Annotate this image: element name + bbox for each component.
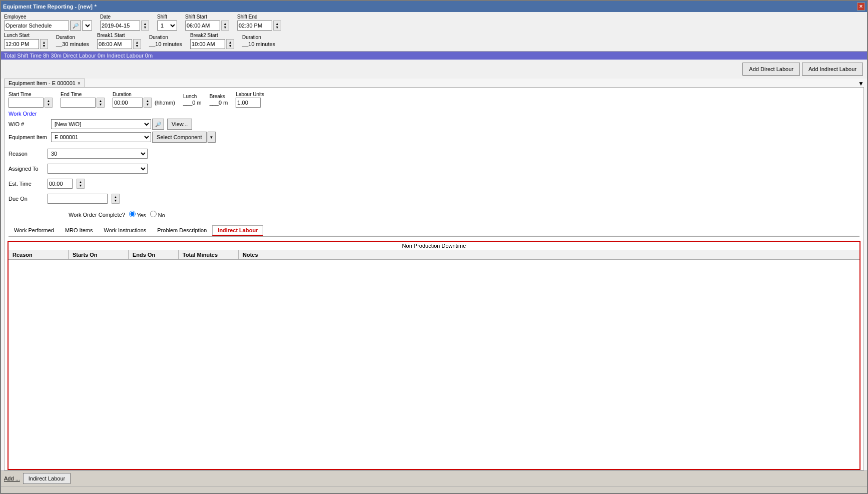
employee-dropdown[interactable] (82, 21, 92, 31)
equipment-item-tab[interactable]: Equipment Item - E 000001 × (4, 79, 85, 87)
breaks-value: ___0 m (210, 100, 228, 106)
shift-label: Shift (157, 14, 177, 20)
end-time-input-row: ▲ ▼ (61, 98, 105, 108)
shift-end-spin-up-icon[interactable]: ▲ (276, 22, 279, 26)
shift-start-spin-down-icon[interactable]: ▼ (224, 26, 227, 29)
break2-spin-down-icon[interactable]: ▼ (229, 44, 232, 48)
start-time-down-icon[interactable]: ▼ (47, 103, 51, 106)
date-spin[interactable]: ▲ ▼ (141, 21, 149, 31)
new-indicator: * (95, 4, 97, 10)
add-link[interactable]: Add ... (4, 475, 20, 481)
shift-end-input-row: ▲ ▼ (237, 21, 281, 31)
duration-down-icon[interactable]: ▼ (146, 103, 150, 106)
select-component-button[interactable]: Select Component (152, 132, 207, 143)
breaks-field: Breaks ___0 m (210, 94, 228, 106)
work-order-link[interactable]: Work Order (9, 111, 37, 117)
end-time-spin[interactable]: ▲ ▼ (97, 98, 105, 108)
wo-browse-btn[interactable]: 🔎 (152, 119, 164, 130)
add-indirect-labour-button[interactable]: Add Indirect Labour (802, 63, 863, 76)
date-spin-up-icon[interactable]: ▲ (144, 22, 147, 26)
due-on-down-icon[interactable]: ▼ (114, 199, 118, 202)
break1-spin-down-icon[interactable]: ▼ (136, 44, 139, 48)
duration-up-icon[interactable]: ▲ (146, 99, 150, 103)
close-button[interactable]: ✕ (857, 3, 865, 11)
shift-end-input[interactable] (237, 21, 272, 31)
start-time-input[interactable] (9, 98, 44, 108)
expand-arrow-icon[interactable]: ▼ (858, 80, 864, 87)
est-time-input[interactable] (48, 179, 73, 189)
break1-start-spin[interactable]: ▲ ▼ (133, 39, 141, 49)
yes-radio-label[interactable]: Yes (129, 211, 146, 218)
yes-radio[interactable] (129, 211, 136, 217)
due-on-spin[interactable]: ▲ ▼ (112, 194, 120, 204)
window-title: Equipment Time Reporting - [new] (3, 4, 93, 10)
lunch-start-spin-down-icon[interactable]: ▼ (43, 44, 46, 48)
duration-spin[interactable]: ▲ ▼ (144, 98, 152, 108)
break2-spin-up-icon[interactable]: ▲ (229, 41, 232, 44)
tab-work-instructions[interactable]: Work Instructions (99, 225, 152, 236)
date-input[interactable] (100, 21, 140, 31)
tab-mro-items[interactable]: MRO Items (60, 225, 99, 236)
end-time-up-icon[interactable]: ▲ (99, 99, 103, 103)
due-on-label: Due On (9, 196, 44, 202)
no-radio[interactable] (150, 211, 157, 217)
est-time-spin[interactable]: ▲ ▼ (77, 179, 85, 189)
breaks-value-row: ___0 m (210, 100, 228, 106)
lunch-start-input[interactable] (4, 39, 39, 49)
employee-input-row: 🔎 (4, 21, 92, 31)
lunch-start-spin-up-icon[interactable]: ▲ (43, 41, 46, 44)
shift-select[interactable]: 1 (157, 21, 177, 31)
lunch-label: Lunch (183, 94, 202, 99)
end-time-input[interactable] (61, 98, 96, 108)
date-spin-down-icon[interactable]: ▼ (144, 26, 147, 29)
shift-group: Shift 1 (157, 14, 177, 31)
shift-input-row: 1 (157, 21, 177, 31)
indirect-labour-footer-button[interactable]: Indirect Labour (23, 473, 71, 484)
est-time-up-icon[interactable]: ▲ (79, 180, 83, 184)
date-input-row: ▲ ▼ (100, 21, 149, 31)
end-time-down-icon[interactable]: ▼ (99, 103, 103, 106)
break1-spin-up-icon[interactable]: ▲ (136, 41, 139, 44)
employee-input[interactable] (4, 21, 69, 31)
no-radio-label[interactable]: No (150, 211, 165, 218)
employee-browse-btn[interactable]: 🔎 (70, 21, 81, 31)
shift-start-label: Shift Start (185, 14, 229, 20)
work-order-complete-label: Work Order Complete? (69, 212, 125, 218)
lunch-duration-value: __30 minutes (56, 41, 89, 47)
shift-start-input[interactable] (185, 21, 220, 31)
break2-start-spin[interactable]: ▲ ▼ (226, 39, 234, 49)
tab-problem-description[interactable]: Problem Description (152, 225, 212, 236)
break1-start-input[interactable] (97, 39, 132, 49)
shift-start-spin[interactable]: ▲ ▼ (221, 21, 229, 31)
equipment-item-select[interactable]: E 000001 (51, 132, 151, 142)
assigned-to-select[interactable] (48, 164, 148, 174)
status-bar: Total Shift Time 8h 30m Direct Labour 0m… (1, 52, 867, 60)
start-time-spin[interactable]: ▲ ▼ (45, 98, 53, 108)
col-ends-on: Ends On (129, 250, 179, 259)
shift-start-spin-up-icon[interactable]: ▲ (224, 22, 227, 26)
add-direct-labour-button[interactable]: Add Direct Labour (742, 63, 800, 76)
view-button[interactable]: View... (167, 119, 192, 130)
labour-units-input[interactable] (236, 98, 261, 108)
shift-end-spin-down-icon[interactable]: ▼ (276, 26, 279, 29)
due-on-up-icon[interactable]: ▲ (114, 195, 118, 199)
shift-end-spin[interactable]: ▲ ▼ (273, 21, 281, 31)
break2-start-input[interactable] (190, 39, 225, 49)
tab-work-performed[interactable]: Work Performed (9, 225, 60, 236)
wo-input-row: [New W/O] 🔎 View... (51, 119, 859, 130)
tab-indirect-labour[interactable]: Indirect Labour (212, 225, 263, 236)
equipment-tab-close-icon[interactable]: × (78, 81, 81, 86)
est-time-down-icon[interactable]: ▼ (79, 184, 83, 187)
non-production-downtime-panel: Non Production Downtime Reason Starts On… (8, 241, 860, 470)
due-on-input[interactable] (48, 194, 108, 204)
col-notes: Notes (239, 250, 859, 259)
horizontal-scrollbar[interactable] (1, 486, 867, 493)
reason-select[interactable]: 30 (48, 149, 148, 159)
start-time-up-icon[interactable]: ▲ (47, 99, 51, 103)
toolbar-row-2: Lunch Start ▲ ▼ Duration __30 minutes B (4, 33, 864, 49)
duration-input[interactable] (113, 98, 143, 108)
lunch-start-spin[interactable]: ▲ ▼ (40, 39, 48, 49)
wo-select[interactable]: [New W/O] (51, 119, 151, 129)
select-component-dropdown-icon[interactable]: ▼ (208, 132, 216, 143)
lunch-duration-label: Duration (56, 35, 89, 40)
